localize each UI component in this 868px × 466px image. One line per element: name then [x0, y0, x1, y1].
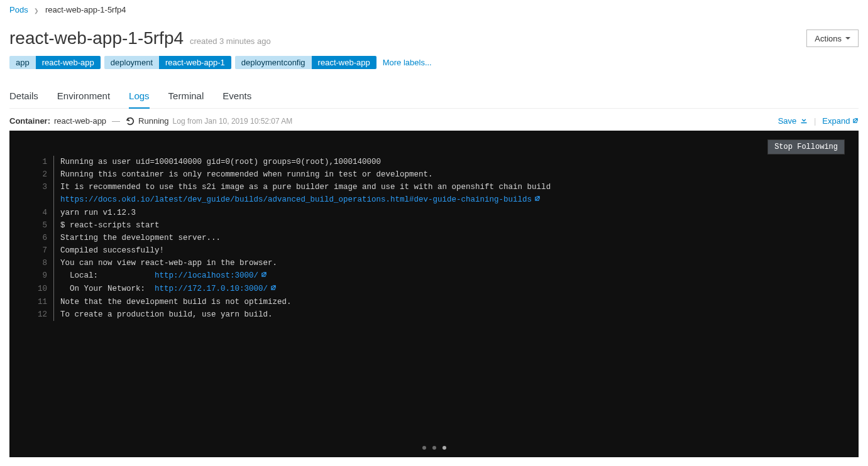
- label-value: react-web-app-1: [159, 56, 231, 69]
- log-line-text: It is recommended to use this s2i image …: [60, 181, 840, 193]
- download-icon: [800, 116, 808, 126]
- log-line-number: 6: [28, 232, 53, 244]
- tab-details[interactable]: Details: [9, 85, 38, 109]
- tabs: DetailsEnvironmentLogsTerminalEvents: [9, 85, 859, 109]
- log-line: 4yarn run v1.12.3: [28, 207, 840, 219]
- actions-dropdown[interactable]: Actions: [806, 30, 859, 47]
- log-line-text: To create a production build, use yarn b…: [60, 308, 840, 321]
- label-value: react-web-app: [36, 56, 101, 69]
- save-log-link[interactable]: Save: [778, 116, 808, 126]
- chevron-right-icon: ❯: [34, 8, 39, 14]
- running-status-icon: [126, 117, 135, 126]
- log-line: 11Note that the development build is not…: [28, 296, 840, 308]
- log-line-number: 8: [28, 257, 53, 269]
- log-line-number: 5: [28, 219, 53, 232]
- external-link-icon: [261, 273, 267, 279]
- log-line-number: 12: [28, 308, 53, 321]
- label-chip[interactable]: appreact-web-app: [9, 56, 101, 69]
- separator-dash: —: [112, 116, 120, 126]
- log-line: 7Compiled successfully!: [28, 244, 840, 257]
- page-title: react-web-app-1-5rfp4: [9, 28, 184, 48]
- divider: |: [814, 116, 816, 126]
- log-line-number: 10: [28, 283, 53, 296]
- container-name: react-web-app: [54, 116, 106, 126]
- stop-following-button[interactable]: Stop Following: [767, 139, 845, 154]
- log-line-text: On Your Network: http://172.17.0.10:3000…: [60, 283, 840, 296]
- status-text: Running: [138, 116, 168, 126]
- external-link-icon: [852, 118, 859, 125]
- label-key: app: [9, 56, 36, 69]
- log-line-number: 7: [28, 244, 53, 257]
- breadcrumb-current: react-web-app-1-5rfp4: [45, 5, 126, 14]
- log-line: 5$ react-scripts start: [28, 219, 840, 232]
- log-line-text: Local: http://localhost:3000/: [60, 269, 840, 283]
- log-line: 12To create a production build, use yarn…: [28, 308, 840, 321]
- log-line-text: $ react-scripts start: [60, 219, 840, 232]
- tab-environment[interactable]: Environment: [57, 85, 110, 109]
- expand-log-link[interactable]: Expand: [822, 116, 859, 126]
- actions-label: Actions: [815, 34, 842, 43]
- more-labels-link[interactable]: More labels...: [383, 58, 432, 67]
- log-line: 2Running this container is only recommen…: [28, 168, 840, 181]
- log-line-text: yarn run v1.12.3: [60, 207, 840, 219]
- external-link-icon: [270, 286, 277, 293]
- log-viewer: Stop Following 1Running as user uid=1000…: [9, 131, 859, 457]
- breadcrumb-root-link[interactable]: Pods: [9, 5, 28, 14]
- created-timestamp: created 3 minutes ago: [190, 36, 271, 46]
- external-link-icon: [534, 197, 541, 203]
- log-line-text: You can now view react-web-app in the br…: [60, 257, 840, 269]
- container-label: Container:: [9, 116, 50, 126]
- log-line: 3It is recommended to use this s2i image…: [28, 181, 840, 193]
- log-line-text: Compiled successfully!: [60, 244, 840, 257]
- log-line-number: 1: [28, 156, 53, 168]
- log-line-number: 11: [28, 296, 53, 308]
- log-line: 10 On Your Network: http://172.17.0.10:3…: [28, 283, 840, 296]
- log-line-number: 2: [28, 168, 53, 181]
- log-link[interactable]: https://docs.okd.io/latest/dev_guide/bui…: [60, 195, 532, 204]
- log-link[interactable]: http://172.17.0.10:3000/: [155, 284, 268, 293]
- log-line-text: Starting the development server...: [60, 232, 840, 244]
- label-key: deployment: [104, 56, 159, 69]
- tab-terminal[interactable]: Terminal: [168, 85, 204, 109]
- label-chip[interactable]: deploymentconfigreact-web-app: [235, 56, 376, 69]
- log-from-timestamp: Log from Jan 10, 2019 10:52:07 AM: [173, 117, 293, 126]
- label-value: react-web-app: [312, 56, 376, 69]
- log-line: 9 Local: http://localhost:3000/: [28, 269, 840, 283]
- log-line-text: Running this container is only recommend…: [60, 168, 840, 181]
- log-line-number: 3: [28, 181, 53, 193]
- log-line: https://docs.okd.io/latest/dev_guide/bui…: [28, 193, 840, 207]
- log-line-text: Running as user uid=1000140000 gid=0(roo…: [60, 156, 840, 168]
- loading-indicator: [422, 446, 446, 450]
- tab-logs[interactable]: Logs: [129, 85, 150, 109]
- log-line: 1Running as user uid=1000140000 gid=0(ro…: [28, 156, 840, 168]
- log-link[interactable]: http://localhost:3000/: [155, 271, 258, 280]
- log-line-text: Note that the development build is not o…: [60, 296, 840, 308]
- tab-events[interactable]: Events: [222, 85, 251, 109]
- breadcrumb: Pods ❯ react-web-app-1-5rfp4: [9, 0, 859, 19]
- log-line: 8You can now view react-web-app in the b…: [28, 257, 840, 269]
- label-key: deploymentconfig: [235, 56, 312, 69]
- chevron-down-icon: [845, 37, 850, 40]
- log-line-number: 9: [28, 269, 53, 283]
- labels-row: appreact-web-appdeploymentreact-web-app-…: [9, 56, 859, 69]
- label-chip[interactable]: deploymentreact-web-app-1: [104, 56, 231, 69]
- log-line-number: 4: [28, 207, 53, 219]
- log-line: 6Starting the development server...: [28, 232, 840, 244]
